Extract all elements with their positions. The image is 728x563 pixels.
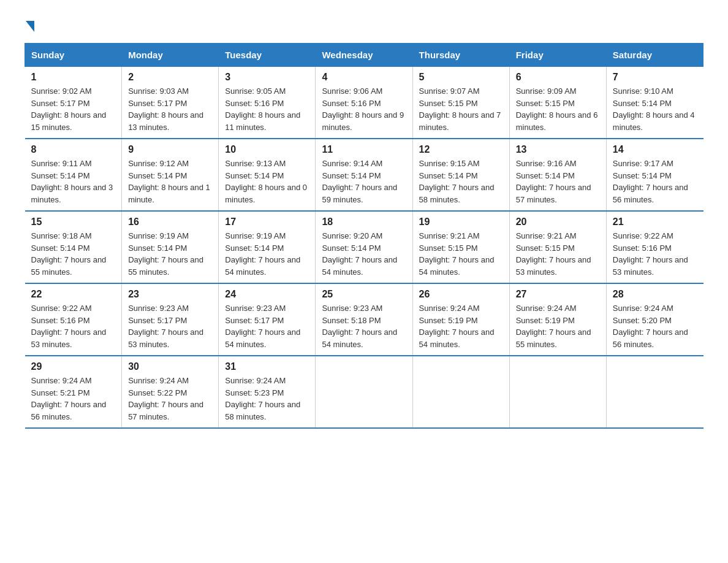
day-info: Sunrise: 9:13 AMSunset: 5:14 PMDaylight:… — [225, 159, 307, 204]
day-number: 28 — [613, 289, 697, 300]
day-info: Sunrise: 9:24 AMSunset: 5:21 PMDaylight:… — [31, 376, 107, 421]
day-info: Sunrise: 9:03 AMSunset: 5:17 PMDaylight:… — [128, 86, 203, 132]
day-info: Sunrise: 9:10 AMSunset: 5:14 PMDaylight:… — [613, 86, 695, 132]
calendar-table: SundayMondayTuesdayWednesdayThursdayFrid… — [25, 43, 703, 429]
day-info: Sunrise: 9:21 AMSunset: 5:15 PMDaylight:… — [516, 231, 591, 277]
calendar-header-row: SundayMondayTuesdayWednesdayThursdayFrid… — [25, 44, 703, 67]
page-header — [25, 18, 703, 31]
calendar-cell: 24 Sunrise: 9:23 AMSunset: 5:17 PMDaylig… — [219, 283, 316, 356]
calendar-cell — [606, 356, 703, 428]
calendar-cell: 26 Sunrise: 9:24 AMSunset: 5:19 PMDaylig… — [412, 283, 509, 356]
calendar-cell: 11 Sunrise: 9:14 AMSunset: 5:14 PMDaylig… — [316, 139, 412, 211]
calendar-cell: 13 Sunrise: 9:16 AMSunset: 5:14 PMDaylig… — [509, 139, 606, 211]
day-info: Sunrise: 9:19 AMSunset: 5:14 PMDaylight:… — [225, 231, 300, 277]
calendar-cell: 16 Sunrise: 9:19 AMSunset: 5:14 PMDaylig… — [122, 211, 219, 283]
calendar-cell: 27 Sunrise: 9:24 AMSunset: 5:19 PMDaylig… — [509, 283, 606, 356]
day-info: Sunrise: 9:07 AMSunset: 5:15 PMDaylight:… — [419, 86, 501, 132]
calendar-cell: 2 Sunrise: 9:03 AMSunset: 5:17 PMDayligh… — [122, 67, 219, 139]
calendar-cell: 23 Sunrise: 9:23 AMSunset: 5:17 PMDaylig… — [122, 283, 219, 356]
day-info: Sunrise: 9:24 AMSunset: 5:19 PMDaylight:… — [419, 304, 495, 349]
col-header-tuesday: Tuesday — [219, 44, 316, 67]
day-info: Sunrise: 9:24 AMSunset: 5:20 PMDaylight:… — [613, 304, 688, 349]
calendar-cell: 28 Sunrise: 9:24 AMSunset: 5:20 PMDaylig… — [606, 283, 703, 356]
col-header-saturday: Saturday — [606, 44, 703, 67]
day-info: Sunrise: 9:23 AMSunset: 5:17 PMDaylight:… — [225, 304, 300, 349]
calendar-week-1: 1 Sunrise: 9:02 AMSunset: 5:17 PMDayligh… — [25, 67, 703, 139]
day-number: 14 — [613, 144, 697, 155]
calendar-cell: 31 Sunrise: 9:24 AMSunset: 5:23 PMDaylig… — [219, 356, 316, 428]
calendar-week-5: 29 Sunrise: 9:24 AMSunset: 5:21 PMDaylig… — [25, 356, 703, 428]
day-number: 6 — [516, 72, 600, 83]
day-number: 23 — [128, 289, 212, 300]
calendar-cell: 29 Sunrise: 9:24 AMSunset: 5:21 PMDaylig… — [25, 356, 122, 428]
day-number: 31 — [225, 361, 309, 372]
day-number: 7 — [613, 72, 697, 83]
day-number: 4 — [322, 72, 406, 83]
calendar-cell: 18 Sunrise: 9:20 AMSunset: 5:14 PMDaylig… — [316, 211, 412, 283]
day-info: Sunrise: 9:16 AMSunset: 5:14 PMDaylight:… — [516, 159, 591, 204]
day-number: 19 — [419, 216, 503, 228]
day-info: Sunrise: 9:19 AMSunset: 5:14 PMDaylight:… — [128, 231, 203, 277]
calendar-cell: 17 Sunrise: 9:19 AMSunset: 5:14 PMDaylig… — [219, 211, 316, 283]
day-info: Sunrise: 9:24 AMSunset: 5:23 PMDaylight:… — [225, 376, 300, 421]
day-number: 24 — [225, 289, 309, 300]
calendar-cell: 6 Sunrise: 9:09 AMSunset: 5:15 PMDayligh… — [509, 67, 606, 139]
day-number: 25 — [322, 289, 406, 300]
day-number: 26 — [419, 289, 503, 300]
calendar-cell: 19 Sunrise: 9:21 AMSunset: 5:15 PMDaylig… — [412, 211, 509, 283]
day-info: Sunrise: 9:20 AMSunset: 5:14 PMDaylight:… — [322, 231, 397, 277]
day-info: Sunrise: 9:15 AMSunset: 5:14 PMDaylight:… — [419, 159, 495, 204]
day-number: 2 — [128, 72, 212, 83]
day-number: 29 — [31, 361, 116, 372]
day-info: Sunrise: 9:23 AMSunset: 5:18 PMDaylight:… — [322, 304, 397, 349]
calendar-cell: 25 Sunrise: 9:23 AMSunset: 5:18 PMDaylig… — [316, 283, 412, 356]
day-number: 5 — [419, 72, 503, 83]
day-info: Sunrise: 9:22 AMSunset: 5:16 PMDaylight:… — [31, 304, 107, 349]
day-info: Sunrise: 9:23 AMSunset: 5:17 PMDaylight:… — [128, 304, 203, 349]
day-number: 12 — [419, 144, 503, 155]
day-info: Sunrise: 9:11 AMSunset: 5:14 PMDaylight:… — [31, 159, 113, 204]
day-info: Sunrise: 9:18 AMSunset: 5:14 PMDaylight:… — [31, 231, 107, 277]
calendar-cell: 3 Sunrise: 9:05 AMSunset: 5:16 PMDayligh… — [219, 67, 316, 139]
col-header-friday: Friday — [509, 44, 606, 67]
day-number: 22 — [31, 289, 116, 300]
calendar-cell: 9 Sunrise: 9:12 AMSunset: 5:14 PMDayligh… — [122, 139, 219, 211]
col-header-sunday: Sunday — [25, 44, 122, 67]
day-number: 1 — [31, 72, 116, 83]
calendar-cell: 30 Sunrise: 9:24 AMSunset: 5:22 PMDaylig… — [122, 356, 219, 428]
calendar-cell: 10 Sunrise: 9:13 AMSunset: 5:14 PMDaylig… — [219, 139, 316, 211]
day-info: Sunrise: 9:09 AMSunset: 5:15 PMDaylight:… — [516, 86, 598, 132]
day-number: 27 — [516, 289, 600, 300]
calendar-cell — [412, 356, 509, 428]
day-info: Sunrise: 9:12 AMSunset: 5:14 PMDaylight:… — [128, 159, 210, 204]
day-number: 8 — [31, 144, 116, 155]
logo — [25, 18, 34, 31]
day-info: Sunrise: 9:21 AMSunset: 5:15 PMDaylight:… — [419, 231, 495, 277]
calendar-cell: 12 Sunrise: 9:15 AMSunset: 5:14 PMDaylig… — [412, 139, 509, 211]
col-header-wednesday: Wednesday — [316, 44, 412, 67]
day-info: Sunrise: 9:05 AMSunset: 5:16 PMDaylight:… — [225, 86, 300, 132]
day-number: 13 — [516, 144, 600, 155]
day-number: 21 — [613, 216, 697, 228]
calendar-week-3: 15 Sunrise: 9:18 AMSunset: 5:14 PMDaylig… — [25, 211, 703, 283]
day-number: 18 — [322, 216, 406, 228]
day-number: 16 — [128, 216, 212, 228]
day-info: Sunrise: 9:02 AMSunset: 5:17 PMDaylight:… — [31, 86, 107, 132]
calendar-cell: 1 Sunrise: 9:02 AMSunset: 5:17 PMDayligh… — [25, 67, 122, 139]
day-info: Sunrise: 9:24 AMSunset: 5:22 PMDaylight:… — [128, 376, 203, 421]
day-number: 30 — [128, 361, 212, 372]
day-number: 3 — [225, 72, 309, 83]
day-info: Sunrise: 9:17 AMSunset: 5:14 PMDaylight:… — [613, 159, 688, 204]
calendar-cell: 14 Sunrise: 9:17 AMSunset: 5:14 PMDaylig… — [606, 139, 703, 211]
day-number: 11 — [322, 144, 406, 155]
day-number: 10 — [225, 144, 309, 155]
calendar-cell: 7 Sunrise: 9:10 AMSunset: 5:14 PMDayligh… — [606, 67, 703, 139]
calendar-cell — [316, 356, 412, 428]
day-number: 20 — [516, 216, 600, 228]
day-info: Sunrise: 9:06 AMSunset: 5:16 PMDaylight:… — [322, 86, 404, 132]
col-header-monday: Monday — [122, 44, 219, 67]
calendar-week-2: 8 Sunrise: 9:11 AMSunset: 5:14 PMDayligh… — [25, 139, 703, 211]
calendar-week-4: 22 Sunrise: 9:22 AMSunset: 5:16 PMDaylig… — [25, 283, 703, 356]
calendar-cell: 8 Sunrise: 9:11 AMSunset: 5:14 PMDayligh… — [25, 139, 122, 211]
day-number: 9 — [128, 144, 212, 155]
